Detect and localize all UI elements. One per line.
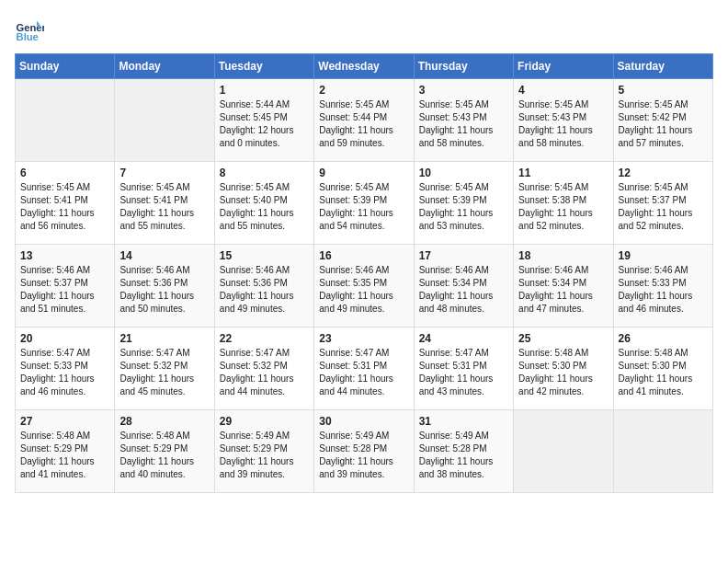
cell-week1-day4: 2 Sunrise: 5:45 AMSunset: 5:44 PMDayligh… <box>314 79 414 162</box>
cell-week2-day7: 12 Sunrise: 5:45 AMSunset: 5:37 PMDaylig… <box>613 162 712 245</box>
day-info: Sunrise: 5:48 AMSunset: 5:30 PMDaylight:… <box>518 347 608 398</box>
day-info: Sunrise: 5:46 AMSunset: 5:34 PMDaylight:… <box>518 264 608 316</box>
cell-week1-day3: 1 Sunrise: 5:44 AMSunset: 5:45 PMDayligh… <box>214 79 313 162</box>
day-number: 19 <box>619 249 708 262</box>
logo: General Blue <box>15 15 48 44</box>
day-number: 6 <box>20 167 109 179</box>
day-info: Sunrise: 5:45 AMSunset: 5:44 PMDaylight:… <box>319 98 408 150</box>
cell-week4-day4: 23 Sunrise: 5:47 AMSunset: 5:31 PMDaylig… <box>314 327 414 410</box>
cell-week3-day2: 14 Sunrise: 5:46 AMSunset: 5:36 PMDaylig… <box>115 245 214 327</box>
day-info: Sunrise: 5:46 AMSunset: 5:36 PMDaylight:… <box>220 264 309 316</box>
cell-week4-day2: 21 Sunrise: 5:47 AMSunset: 5:32 PMDaylig… <box>115 327 214 410</box>
day-info: Sunrise: 5:45 AMSunset: 5:37 PMDaylight:… <box>619 181 708 233</box>
day-info: Sunrise: 5:44 AMSunset: 5:45 PMDaylight:… <box>220 98 309 150</box>
header: General Blue <box>15 15 713 44</box>
logo-icon: General Blue <box>15 15 44 44</box>
day-number: 18 <box>518 249 608 262</box>
cell-week2-day3: 8 Sunrise: 5:45 AMSunset: 5:40 PMDayligh… <box>214 162 313 245</box>
day-number: 4 <box>518 84 608 97</box>
svg-text:Blue: Blue <box>17 31 39 42</box>
day-number: 17 <box>419 249 508 262</box>
cell-week1-day2 <box>115 79 214 162</box>
cell-week3-day4: 16 Sunrise: 5:46 AMSunset: 5:35 PMDaylig… <box>314 245 414 327</box>
cell-week3-day1: 13 Sunrise: 5:46 AMSunset: 5:37 PMDaylig… <box>16 245 115 327</box>
day-info: Sunrise: 5:46 AMSunset: 5:34 PMDaylight:… <box>419 264 508 316</box>
day-info: Sunrise: 5:46 AMSunset: 5:33 PMDaylight:… <box>619 264 708 316</box>
cell-week4-day6: 25 Sunrise: 5:48 AMSunset: 5:30 PMDaylig… <box>514 327 613 410</box>
col-header-thursday: Thursday <box>414 54 513 79</box>
day-number: 28 <box>119 415 209 428</box>
day-number: 22 <box>220 332 309 345</box>
day-info: Sunrise: 5:46 AMSunset: 5:37 PMDaylight:… <box>20 264 109 316</box>
day-number: 31 <box>419 415 508 428</box>
day-info: Sunrise: 5:45 AMSunset: 5:40 PMDaylight:… <box>220 181 309 233</box>
cell-week3-day7: 19 Sunrise: 5:46 AMSunset: 5:33 PMDaylig… <box>613 245 712 327</box>
day-number: 5 <box>619 84 708 97</box>
day-number: 12 <box>619 167 708 179</box>
day-info: Sunrise: 5:47 AMSunset: 5:32 PMDaylight:… <box>119 347 209 398</box>
day-number: 16 <box>319 249 408 262</box>
col-header-friday: Friday <box>514 54 613 79</box>
day-number: 1 <box>220 84 309 97</box>
day-info: Sunrise: 5:45 AMSunset: 5:41 PMDaylight:… <box>20 181 109 233</box>
week-row-5: 27 Sunrise: 5:48 AMSunset: 5:29 PMDaylig… <box>16 410 713 493</box>
cell-week2-day2: 7 Sunrise: 5:45 AMSunset: 5:41 PMDayligh… <box>115 162 214 245</box>
day-info: Sunrise: 5:45 AMSunset: 5:41 PMDaylight:… <box>119 181 209 233</box>
day-number: 15 <box>220 249 309 262</box>
week-row-1: 1 Sunrise: 5:44 AMSunset: 5:45 PMDayligh… <box>16 79 713 162</box>
day-number: 8 <box>220 167 309 179</box>
day-number: 7 <box>119 167 209 179</box>
day-number: 3 <box>419 84 508 97</box>
week-row-4: 20 Sunrise: 5:47 AMSunset: 5:33 PMDaylig… <box>16 327 713 410</box>
day-info: Sunrise: 5:48 AMSunset: 5:29 PMDaylight:… <box>119 430 209 481</box>
day-info: Sunrise: 5:48 AMSunset: 5:30 PMDaylight:… <box>619 347 708 398</box>
day-info: Sunrise: 5:45 AMSunset: 5:43 PMDaylight:… <box>518 98 608 150</box>
week-row-3: 13 Sunrise: 5:46 AMSunset: 5:37 PMDaylig… <box>16 245 713 327</box>
cell-week1-day1 <box>16 79 115 162</box>
day-number: 14 <box>119 249 209 262</box>
cell-week5-day6 <box>514 410 613 493</box>
cell-week5-day1: 27 Sunrise: 5:48 AMSunset: 5:29 PMDaylig… <box>16 410 115 493</box>
cell-week5-day3: 29 Sunrise: 5:49 AMSunset: 5:29 PMDaylig… <box>214 410 313 493</box>
day-info: Sunrise: 5:47 AMSunset: 5:33 PMDaylight:… <box>20 347 109 398</box>
day-info: Sunrise: 5:45 AMSunset: 5:42 PMDaylight:… <box>619 98 708 150</box>
day-info: Sunrise: 5:46 AMSunset: 5:36 PMDaylight:… <box>119 264 209 316</box>
day-info: Sunrise: 5:45 AMSunset: 5:39 PMDaylight:… <box>419 181 508 233</box>
calendar-table: SundayMondayTuesdayWednesdayThursdayFrid… <box>15 53 713 493</box>
day-number: 13 <box>20 249 109 262</box>
day-info: Sunrise: 5:47 AMSunset: 5:31 PMDaylight:… <box>319 347 408 398</box>
cell-week3-day6: 18 Sunrise: 5:46 AMSunset: 5:34 PMDaylig… <box>514 245 613 327</box>
day-number: 29 <box>220 415 309 428</box>
cell-week5-day4: 30 Sunrise: 5:49 AMSunset: 5:28 PMDaylig… <box>314 410 414 493</box>
day-info: Sunrise: 5:49 AMSunset: 5:28 PMDaylight:… <box>319 430 408 481</box>
cell-week4-day5: 24 Sunrise: 5:47 AMSunset: 5:31 PMDaylig… <box>414 327 513 410</box>
day-info: Sunrise: 5:46 AMSunset: 5:35 PMDaylight:… <box>319 264 408 316</box>
day-number: 11 <box>518 167 608 179</box>
col-header-monday: Monday <box>115 54 214 79</box>
cell-week4-day1: 20 Sunrise: 5:47 AMSunset: 5:33 PMDaylig… <box>16 327 115 410</box>
col-header-sunday: Sunday <box>16 54 115 79</box>
cell-week2-day5: 10 Sunrise: 5:45 AMSunset: 5:39 PMDaylig… <box>414 162 513 245</box>
day-info: Sunrise: 5:48 AMSunset: 5:29 PMDaylight:… <box>20 430 109 481</box>
day-number: 26 <box>619 332 708 345</box>
cell-week2-day4: 9 Sunrise: 5:45 AMSunset: 5:39 PMDayligh… <box>314 162 414 245</box>
cell-week2-day6: 11 Sunrise: 5:45 AMSunset: 5:38 PMDaylig… <box>514 162 613 245</box>
cell-week4-day3: 22 Sunrise: 5:47 AMSunset: 5:32 PMDaylig… <box>214 327 313 410</box>
day-number: 27 <box>20 415 109 428</box>
day-number: 10 <box>419 167 508 179</box>
day-info: Sunrise: 5:49 AMSunset: 5:29 PMDaylight:… <box>220 430 309 481</box>
day-number: 30 <box>319 415 408 428</box>
cell-week3-day3: 15 Sunrise: 5:46 AMSunset: 5:36 PMDaylig… <box>214 245 313 327</box>
cell-week5-day5: 31 Sunrise: 5:49 AMSunset: 5:28 PMDaylig… <box>414 410 513 493</box>
cell-week5-day7 <box>613 410 712 493</box>
cell-week1-day6: 4 Sunrise: 5:45 AMSunset: 5:43 PMDayligh… <box>514 79 613 162</box>
day-info: Sunrise: 5:49 AMSunset: 5:28 PMDaylight:… <box>419 430 508 481</box>
day-number: 20 <box>20 332 109 345</box>
day-number: 21 <box>119 332 209 345</box>
col-header-saturday: Saturday <box>613 54 712 79</box>
col-header-wednesday: Wednesday <box>314 54 414 79</box>
day-number: 24 <box>419 332 508 345</box>
cell-week4-day7: 26 Sunrise: 5:48 AMSunset: 5:30 PMDaylig… <box>613 327 712 410</box>
day-info: Sunrise: 5:47 AMSunset: 5:31 PMDaylight:… <box>419 347 508 398</box>
cell-week1-day5: 3 Sunrise: 5:45 AMSunset: 5:43 PMDayligh… <box>414 79 513 162</box>
